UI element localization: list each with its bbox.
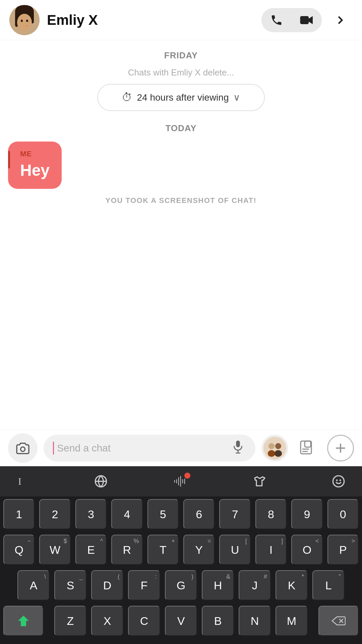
kb-asdf-row: A\ S_ D( F: G) H& J# K* L" — [0, 568, 362, 603]
svg-point-5 — [21, 19, 23, 22]
svg-rect-11 — [236, 440, 240, 447]
more-button[interactable] — [328, 8, 353, 32]
kb-cursor-tool[interactable]: I — [17, 475, 29, 487]
kb-key-s[interactable]: S_ — [54, 570, 86, 600]
kb-key-w[interactable]: W$ — [39, 535, 70, 565]
kb-key-q[interactable]: Q~ — [3, 535, 35, 565]
avatar[interactable] — [9, 5, 40, 35]
kb-key-y[interactable]: Y= — [183, 535, 215, 565]
svg-point-27 — [333, 476, 344, 487]
kb-key-1[interactable]: 1 — [3, 499, 35, 529]
kb-key-m[interactable]: M — [276, 606, 308, 636]
kb-shift-button[interactable] — [3, 606, 44, 636]
record-dot — [184, 473, 190, 479]
svg-point-6 — [26, 19, 28, 22]
call-button[interactable] — [261, 8, 292, 32]
svg-point-10 — [20, 447, 25, 451]
contact-name: Emliy X — [47, 12, 261, 28]
kb-key-u[interactable]: U[ — [219, 535, 250, 565]
svg-point-8 — [22, 25, 27, 29]
kb-shirt-button[interactable] — [253, 475, 266, 488]
kb-key-o[interactable]: O< — [291, 535, 322, 565]
keyboard: I — [0, 466, 362, 644]
date-today: TODAY — [0, 123, 362, 133]
svg-rect-20 — [305, 441, 311, 447]
mic-button[interactable] — [230, 440, 246, 456]
kb-key-c[interactable]: C — [128, 606, 160, 636]
input-bar — [0, 429, 362, 466]
svg-rect-9 — [300, 16, 309, 24]
kb-key-j[interactable]: J# — [239, 570, 271, 600]
kb-key-b[interactable]: B — [202, 606, 234, 636]
svg-point-16 — [275, 443, 281, 449]
kb-language-button[interactable] — [94, 475, 108, 488]
kb-key-l[interactable]: L" — [312, 570, 345, 600]
kb-key-x[interactable]: X — [91, 606, 123, 636]
chat-input-wrapper — [44, 435, 255, 462]
kb-key-2[interactable]: 2 — [39, 499, 70, 529]
kb-key-8[interactable]: 8 — [255, 499, 287, 529]
kb-key-7[interactable]: 7 — [219, 499, 250, 529]
message-row: ME Hey — [0, 142, 362, 189]
header: Emliy X — [0, 0, 362, 40]
kb-key-3[interactable]: 3 — [75, 499, 107, 529]
kb-emoji-button[interactable] — [332, 475, 345, 488]
chat-input[interactable] — [53, 442, 230, 454]
kb-key-a[interactable]: A\ — [17, 570, 50, 600]
bitmoji-button[interactable] — [261, 435, 288, 462]
camera-button[interactable] — [8, 433, 38, 463]
svg-point-18 — [275, 450, 282, 457]
kb-key-6[interactable]: 6 — [183, 499, 215, 529]
delete-timer-button[interactable]: ⏱ 24 hours after viewing ∨ — [97, 84, 265, 111]
svg-point-29 — [340, 479, 341, 481]
svg-point-15 — [268, 443, 275, 449]
screenshot-notice: YOU TOOK A SCREENSHOT OF CHAT! — [0, 196, 362, 205]
kb-key-n[interactable]: N — [239, 606, 271, 636]
kb-key-f[interactable]: F: — [128, 570, 160, 600]
kb-key-z[interactable]: Z — [54, 606, 86, 636]
kb-key-r[interactable]: R% — [111, 535, 142, 565]
kb-key-5[interactable]: 5 — [147, 499, 179, 529]
kb-key-h[interactable]: H& — [202, 570, 234, 600]
timer-label: 24 hours after viewing — [137, 92, 229, 103]
call-video-group — [261, 8, 322, 32]
kb-delete-button[interactable] — [318, 606, 359, 636]
bubble-accent — [8, 151, 10, 168]
svg-point-14 — [263, 437, 286, 460]
kb-key-p[interactable]: P> — [327, 535, 359, 565]
bubble-sender: ME — [20, 150, 50, 158]
video-button[interactable] — [292, 8, 322, 32]
sticker-button[interactable] — [294, 435, 321, 462]
kb-key-k[interactable]: K* — [276, 570, 308, 600]
message-bubble: ME Hey — [8, 142, 62, 189]
kb-key-9[interactable]: 9 — [291, 499, 322, 529]
kb-key-e[interactable]: E^ — [75, 535, 107, 565]
clock-icon: ⏱ — [122, 91, 132, 104]
delete-meta: Chats with Emliy X delete... — [0, 67, 362, 78]
kb-key-d[interactable]: D( — [91, 570, 123, 600]
kb-number-row: 1 2 3 4 5 6 7 8 9 0 — [0, 496, 362, 532]
kb-key-t[interactable]: T+ — [147, 535, 179, 565]
header-actions — [261, 8, 353, 32]
svg-point-28 — [336, 479, 338, 481]
kb-key-0[interactable]: 0 — [327, 499, 359, 529]
kb-bottom-row: Z X C V B N M — [0, 603, 362, 644]
kb-key-g[interactable]: G) — [165, 570, 197, 600]
svg-text:I: I — [18, 476, 21, 487]
text-cursor — [53, 442, 54, 454]
chevron-down-icon: ∨ — [233, 92, 240, 103]
date-friday: FRIDAY — [0, 50, 362, 61]
kb-key-v[interactable]: V — [165, 606, 197, 636]
svg-point-17 — [268, 450, 275, 457]
kb-qwerty-row: Q~ W$ E^ R% T+ Y= U[ I] O< P> — [0, 532, 362, 568]
svg-point-4 — [17, 14, 32, 31]
add-button[interactable] — [327, 435, 354, 462]
keyboard-toolbar: I — [0, 466, 362, 496]
chat-area: FRIDAY Chats with Emliy X delete... ⏱ 24… — [0, 40, 362, 429]
bubble-text: Hey — [20, 161, 50, 179]
kb-key-i[interactable]: I] — [255, 535, 287, 565]
kb-record-button[interactable] — [173, 474, 188, 489]
kb-key-4[interactable]: 4 — [111, 499, 142, 529]
